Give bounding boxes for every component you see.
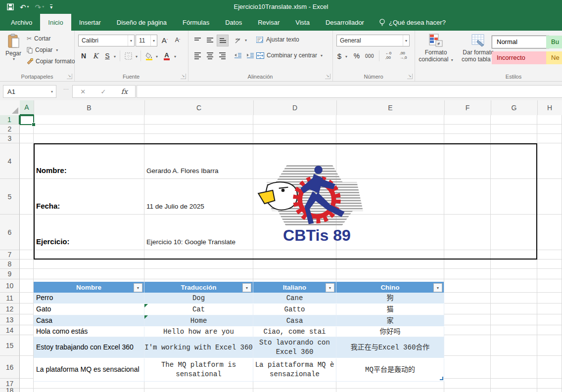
borders-button[interactable]	[123, 50, 134, 61]
align-left-button[interactable]	[192, 50, 203, 61]
cell-A16[interactable]	[20, 356, 34, 379]
cell-F17[interactable]	[444, 379, 491, 389]
tab-f-rmulas[interactable]: Fórmulas	[175, 14, 217, 31]
cell-H10[interactable]	[537, 279, 562, 293]
cell-H1[interactable]	[537, 115, 562, 125]
column-header-D[interactable]: D	[253, 100, 337, 115]
enter-button[interactable]: ✓	[100, 88, 106, 95]
cell-B8[interactable]	[34, 260, 144, 269]
cell-D1[interactable]	[253, 115, 336, 125]
table-cell-r5c4[interactable]: 我正在与Excel 360合作	[336, 337, 444, 358]
cell-H9[interactable]	[537, 269, 562, 279]
cell-A4[interactable]	[20, 143, 34, 179]
cell-F12[interactable]	[444, 304, 491, 314]
table-cell-r3c4[interactable]: 家	[336, 315, 444, 326]
cell-G17[interactable]	[491, 379, 537, 389]
name-box[interactable]: A1 ▾	[3, 85, 56, 98]
cell-B9[interactable]	[34, 269, 144, 279]
cell-F8[interactable]	[444, 260, 491, 269]
cell-G18[interactable]	[491, 389, 537, 392]
cell-A3[interactable]	[20, 134, 34, 143]
comma-style-button[interactable]: 000	[363, 50, 376, 61]
cell-A10[interactable]	[20, 279, 34, 293]
cell-A8[interactable]	[20, 260, 34, 269]
column-header-C[interactable]: C	[144, 100, 254, 115]
table-cell-r4c3[interactable]: Ciao, come stai	[253, 327, 336, 337]
cell-D9[interactable]	[253, 269, 336, 279]
cell-G14[interactable]	[491, 325, 537, 335]
merge-center-button[interactable]: Combinar y centrar ▾	[256, 52, 323, 59]
cell-D7[interactable]	[253, 250, 336, 260]
font-family-caret-icon[interactable]: ▾	[128, 35, 134, 46]
underline-button[interactable]: S	[102, 50, 113, 61]
cell-A6[interactable]	[20, 215, 34, 250]
column-header-G[interactable]: G	[491, 100, 538, 115]
cancel-button[interactable]: ✕	[80, 88, 86, 95]
cell-H12[interactable]	[537, 304, 562, 314]
row-header-8[interactable]: 8	[0, 260, 20, 269]
merge-caret-icon[interactable]: ▾	[321, 53, 323, 58]
currency-button[interactable]: $	[335, 50, 343, 61]
cell-A18[interactable]	[20, 389, 34, 392]
decrease-decimal-button[interactable]: ,00→,0	[397, 50, 410, 61]
table-cell-r2c4[interactable]: 猫	[336, 304, 444, 315]
cell-G12[interactable]	[491, 304, 537, 314]
cell-B2[interactable]	[34, 125, 144, 134]
cell-A7[interactable]	[20, 250, 34, 260]
style-chip-bad[interactable]: Incorrecto	[492, 51, 549, 64]
table-cell-r2c2[interactable]: Cat	[144, 304, 253, 315]
table-cell-r3c1[interactable]: Casa	[34, 315, 144, 326]
cell-D3[interactable]	[253, 134, 336, 143]
table-cell-r4c1[interactable]: Hola como estás	[34, 327, 144, 337]
table-cell-r5c3[interactable]: Sto lavorando con Excel 360	[253, 337, 336, 358]
table-cell-r1c1[interactable]: Perro	[34, 293, 144, 304]
cell-H7[interactable]	[537, 250, 562, 260]
cell-F11[interactable]	[444, 293, 491, 304]
row-header-13[interactable]: 13	[0, 314, 20, 325]
cell-H15[interactable]	[537, 335, 562, 356]
italic-button[interactable]: K	[90, 50, 101, 61]
select-all-corner[interactable]	[0, 100, 20, 115]
cell-G13[interactable]	[491, 314, 537, 325]
paste-button[interactable]: Pegar ▾	[3, 34, 24, 71]
cell-G11[interactable]	[491, 293, 537, 304]
column-header-F[interactable]: F	[444, 100, 491, 115]
table-cell-r4c2[interactable]: Hello how are you	[144, 327, 253, 337]
table-cell-r5c1[interactable]: Estoy trabajando con Excel 360	[34, 337, 144, 358]
currency-caret-icon[interactable]: ▾	[345, 54, 347, 59]
row-header-14[interactable]: 14	[0, 325, 20, 335]
column-header-B[interactable]: B	[34, 100, 145, 115]
table-resize-handle[interactable]	[440, 377, 443, 380]
cell-F4[interactable]	[444, 143, 491, 179]
style-chip-normal[interactable]: Normal	[492, 36, 549, 48]
insert-function-button[interactable]: fx	[121, 87, 128, 95]
row-header-18[interactable]: 18	[0, 389, 20, 392]
borders-caret-icon[interactable]: ▾	[136, 54, 138, 59]
cell-E2[interactable]	[336, 125, 444, 134]
fill-color-button[interactable]	[143, 50, 154, 61]
increase-indent-button[interactable]	[245, 50, 256, 61]
cell-H2[interactable]	[537, 125, 562, 134]
redo-caret-icon[interactable]: ▾	[42, 5, 44, 9]
cell-F5[interactable]	[444, 179, 491, 215]
cell-C3[interactable]	[144, 134, 253, 143]
alignment-dialog-launcher[interactable]: ↘	[325, 74, 330, 79]
style-chip-good[interactable]: Bu	[546, 36, 562, 48]
tab-insertar[interactable]: Insertar	[71, 14, 109, 31]
cell-H16[interactable]	[537, 356, 562, 379]
align-center-button[interactable]	[204, 50, 215, 61]
filter-button-4[interactable]: ▼	[433, 283, 442, 292]
cell-A12[interactable]	[20, 304, 34, 314]
cell-H18[interactable]	[537, 389, 562, 392]
cell-G1[interactable]	[491, 115, 537, 125]
cell-A13[interactable]	[20, 314, 34, 325]
row-header-4[interactable]: 4	[0, 143, 20, 179]
cell-H5[interactable]	[537, 179, 562, 215]
number-format-caret-icon[interactable]: ▾	[403, 35, 409, 46]
cell-H13[interactable]	[537, 314, 562, 325]
shrink-font-button[interactable]: Aˇ	[172, 35, 183, 45]
row-header-16[interactable]: 16	[0, 356, 20, 379]
cell-G10[interactable]	[491, 279, 537, 293]
column-header-A[interactable]: A	[20, 100, 34, 115]
row-header-2[interactable]: 2	[0, 125, 20, 134]
